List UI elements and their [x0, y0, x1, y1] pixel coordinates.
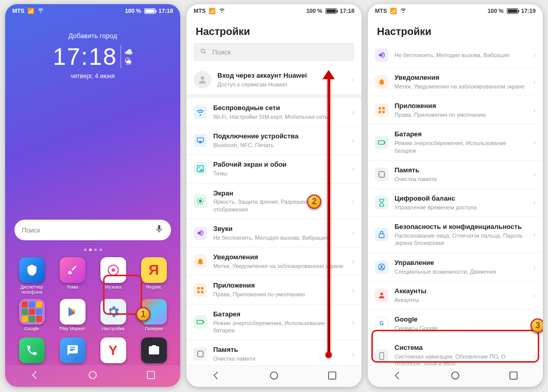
img-icon — [194, 162, 207, 175]
battery-pct: 100 % — [125, 8, 141, 14]
dock-camera[interactable] — [133, 337, 174, 363]
search-placeholder: Поиск — [22, 226, 150, 234]
svg-rect-26 — [379, 172, 385, 177]
mic-icon[interactable] — [155, 224, 164, 236]
svg-rect-14 — [201, 291, 203, 293]
settings-item[interactable]: ПриложенияПрава, Приложения по умолчанию… — [186, 275, 362, 304]
settings-item[interactable]: БатареяРежим энергосбережения, Использов… — [368, 124, 543, 159]
search-icon — [200, 48, 207, 57]
nav-recent[interactable] — [144, 368, 158, 384]
item-account[interactable]: Вход через аккаунт HuaweiДоступ к сервис… — [186, 65, 362, 94]
settings-item[interactable]: ПриложенияПрава, Приложения по умолчанию… — [368, 96, 543, 124]
settings-item[interactable]: ЭкранЯркость, Защита зрения, Разрешение … — [186, 183, 362, 219]
settings-item[interactable]: Не беспокоить, Мелодия вызова, Вибрация› — [368, 43, 543, 67]
app-play-market[interactable]: Play Маркет — [52, 299, 93, 331]
dock-browser[interactable]: Y — [93, 337, 133, 363]
acc-icon — [375, 260, 388, 274]
scroll-arrow — [328, 72, 330, 355]
bright-icon — [194, 194, 207, 208]
app-yandex[interactable]: ЯЯндекс — [133, 257, 174, 295]
vol-icon — [375, 48, 388, 62]
clock: 17:18 — [340, 8, 354, 14]
home-search[interactable]: Поиск — [14, 220, 171, 240]
nav-home[interactable] — [267, 368, 281, 385]
mem-icon — [375, 168, 388, 181]
nav-back[interactable] — [209, 368, 223, 385]
status-bar: MTS 📶 100 % 17:18 — [5, 4, 180, 17]
settings-item[interactable]: БатареяРежим энергосбережения, Использов… — [186, 304, 362, 340]
app-grid: Диспетчер телефона Темы Музыка ЯЯндекс G… — [5, 254, 180, 333]
dock-phone[interactable] — [11, 337, 52, 363]
nav-home[interactable] — [85, 368, 100, 384]
svg-point-34 — [452, 372, 459, 379]
settings-item[interactable]: GGoogleСервисы Google› — [368, 309, 543, 337]
battery-icon — [507, 8, 518, 14]
page-indicator — [5, 248, 180, 251]
svg-rect-11 — [197, 287, 200, 290]
status-bar: MTS📶 100 %17:19 — [368, 4, 543, 17]
chevron-right-icon: › — [533, 352, 536, 360]
wifi-icon — [194, 105, 207, 119]
clock: 17:18 — [159, 8, 173, 14]
settings-item[interactable]: ПамятьОчистка памяти› — [186, 340, 362, 365]
settings-item[interactable]: Беспроводные сетиWi-Fi, Настройки SIM-ка… — [186, 98, 362, 126]
settings-item[interactable]: Подключение устройстваBluetooth, NFC, Пе… — [186, 126, 362, 154]
settings-item[interactable]: ПамятьОчистка памяти› — [368, 160, 543, 188]
settings-item[interactable]: УведомленияМетки, Уведомления на заблоки… — [186, 247, 362, 275]
svg-point-29 — [381, 265, 383, 267]
nav-back[interactable] — [27, 368, 42, 384]
signal-icon: 📶 — [209, 8, 216, 14]
nav-bar — [5, 365, 180, 387]
bell-icon — [375, 75, 388, 88]
settings-item[interactable]: Цифровой балансУправление временем досту… — [368, 188, 543, 217]
settings-item[interactable]: ЗвукиНе беспокоить, Мелодия вызова, Вибр… — [186, 219, 362, 247]
app-settings[interactable]: Настройки — [93, 299, 133, 331]
apps-icon — [194, 283, 207, 297]
app-themes[interactable]: Темы — [52, 257, 93, 295]
chevron-right-icon: › — [352, 229, 354, 237]
settings-search[interactable]: Поиск — [194, 43, 354, 61]
settings-item[interactable]: Безопасность и конфиденциальностьРаспозн… — [368, 217, 543, 252]
signal-icon: 📶 — [27, 8, 35, 14]
phone-home: MTS 📶 100 % 17:18 Добавить город 17:18 ☁… — [5, 4, 180, 387]
settings-list[interactable]: Не беспокоить, Мелодия вызова, Вибрация›… — [368, 43, 543, 365]
svg-rect-19 — [329, 372, 336, 379]
svg-rect-16 — [203, 322, 204, 323]
phone-settings-1: MTS📶 100 %17:18 Настройки Поиск Вход чер… — [186, 4, 362, 387]
nav-recent[interactable] — [506, 368, 521, 385]
nav-home[interactable] — [448, 368, 463, 385]
settings-item[interactable]: УправлениеСпециальные возможности, Движе… — [368, 253, 543, 281]
status-bar: MTS📶 100 %17:18 — [186, 4, 362, 17]
settings-item[interactable]: АккаунтыАккаунты› — [368, 281, 543, 309]
weather-widget[interactable]: Добавить город 17:18 ☁️🌦 четверг, 4 июня — [5, 32, 180, 80]
svg-rect-20 — [379, 107, 381, 110]
svg-rect-23 — [382, 111, 385, 114]
svg-point-33 — [381, 358, 382, 359]
settings-item[interactable]: СистемаСистемная навигация, Обновление П… — [368, 337, 543, 365]
carrier-label: MTS — [194, 8, 206, 14]
nav-back[interactable] — [390, 368, 404, 385]
app-folder-google[interactable]: Google — [11, 299, 52, 331]
add-city-label[interactable]: Добавить город — [5, 32, 180, 40]
svg-rect-13 — [197, 291, 200, 293]
svg-point-4 — [201, 49, 204, 52]
svg-point-2 — [89, 371, 96, 379]
dock-messages[interactable] — [52, 337, 93, 363]
badge-2: 2 — [307, 194, 321, 209]
app-phone-manager[interactable]: Диспетчер телефона — [11, 257, 52, 295]
chevron-right-icon: › — [352, 108, 354, 116]
link-icon — [194, 134, 207, 147]
nav-recent[interactable] — [325, 368, 339, 385]
date-label: четверг, 4 июня — [5, 73, 180, 80]
svg-point-9 — [199, 167, 200, 169]
bat-icon — [194, 315, 207, 329]
apps-icon — [375, 103, 388, 117]
settings-item[interactable]: Рабочий экран и обоиТемы› — [186, 154, 362, 183]
chevron-right-icon: › — [352, 350, 354, 358]
chevron-right-icon: › — [352, 136, 354, 145]
chevron-right-icon: › — [533, 170, 536, 179]
settings-item[interactable]: УведомленияМетки, Уведомления на заблоки… — [368, 67, 543, 96]
app-music[interactable]: Музыка — [93, 257, 133, 295]
chevron-right-icon: › — [352, 197, 354, 205]
settings-list[interactable]: Вход через аккаунт HuaweiДоступ к сервис… — [186, 65, 362, 365]
